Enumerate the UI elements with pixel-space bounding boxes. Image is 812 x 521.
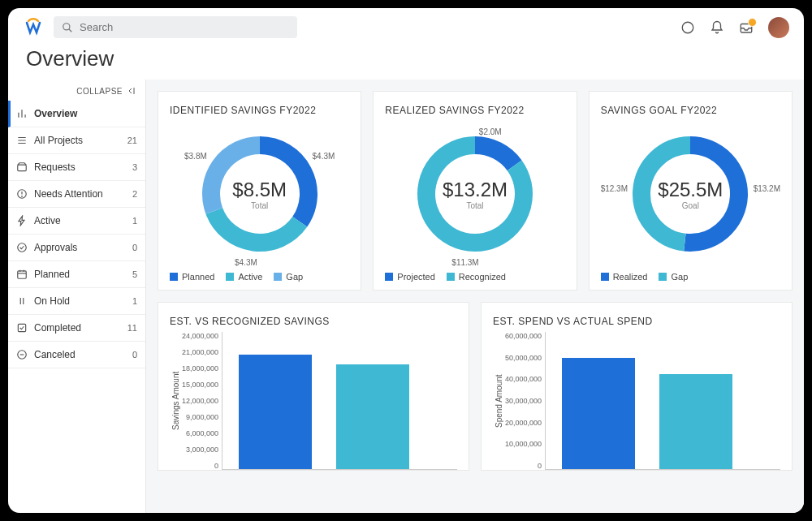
y-tick: 60,000,000 [505,332,542,340]
sidebar-item-all-projects[interactable]: All Projects21 [8,127,145,154]
bar [336,364,409,469]
check-square-icon [16,322,28,334]
legend-item: Gap [274,272,303,282]
y-tick: 50,000,000 [505,354,542,362]
tray-icon[interactable] [739,20,754,35]
y-tick: 15,000,000 [182,381,218,389]
cancel-icon [16,349,28,360]
donut-card: SAVINGS GOAL FY2022 $25.5MGoal $12.3M$13… [589,91,793,291]
card-title: EST. VS RECOGNIZED SAVINGS [170,316,457,327]
bar [562,358,635,470]
legend-label: Recognized [459,272,506,282]
svg-rect-22 [18,324,25,331]
y-ticks: 24,000,00021,000,00018,000,00015,000,000… [182,332,222,470]
sidebar-item-count: 5 [132,269,137,279]
sidebar-item-overview[interactable]: Overview [8,101,145,127]
bell-icon[interactable] [710,20,724,35]
bar-chart-card: EST. SPEND VS ACTUAL SPEND Spend Amount … [481,302,793,471]
sidebar-item-approvals[interactable]: Approvals0 [8,235,145,261]
sidebar-item-label: Requests [34,161,76,173]
sidebar-item-label: Needs Attention [34,188,103,200]
legend-swatch [274,273,282,281]
donut-label: $3.8M [184,152,207,161]
y-tick: 10,000,000 [505,440,542,448]
content: IDENTIFIED SAVINGS FY2022 $8.5MTotal $3.… [146,80,804,513]
svg-rect-16 [18,271,27,278]
y-axis-label: Spend Amount [493,332,505,470]
y-tick: 20,000,000 [505,419,542,427]
sidebar-item-canceled[interactable]: Canceled0 [8,342,145,368]
app-logo[interactable] [23,17,44,38]
donut-sublabel: Total [232,201,287,210]
legend-label: Realized [613,272,648,282]
sidebar-item-label: Canceled [34,349,76,360]
svg-line-1 [69,28,72,32]
bar [659,374,732,470]
sidebar-item-needs-attention[interactable]: Needs Attention2 [8,181,145,208]
sidebar-item-label: Completed [34,322,81,334]
collapse-button[interactable]: COLLAPSE [8,80,145,101]
legend-item: Planned [170,272,214,282]
sidebar-item-completed[interactable]: Completed11 [8,315,145,342]
y-tick: 6,000,000 [182,429,218,437]
legend-swatch [385,273,393,281]
sidebar-item-count: 2 [132,189,137,199]
sidebar-item-count: 3 [132,162,137,172]
search-container [54,16,297,38]
y-tick: 30,000,000 [505,397,542,405]
legend-swatch [447,273,455,281]
y-tick: 9,000,000 [182,413,218,421]
sidebar-item-label: All Projects [34,135,83,146]
sidebar-item-label: On Hold [34,295,70,307]
legend-label: Gap [286,272,303,282]
y-tick: 3,000,000 [182,446,218,454]
sidebar-item-requests[interactable]: Requests3 [8,154,145,181]
legend-label: Projected [397,272,434,282]
legend-item: Realized [601,272,648,282]
legend: PlannedActiveGap [170,267,349,282]
legend-label: Active [238,272,262,282]
bar-chart-card: EST. VS RECOGNIZED SAVINGS Savings Amoun… [158,302,469,471]
y-tick: 0 [182,462,218,470]
donut-label: $4.3M [313,152,335,161]
legend-swatch [226,273,234,281]
calendar-icon [16,269,28,280]
alert-circle-icon [16,188,28,200]
sidebar-item-label: Planned [34,269,70,280]
sidebar-item-count: 0 [132,243,137,252]
card-title: SAVINGS GOAL FY2022 [601,105,780,116]
sidebar-item-active[interactable]: Active1 [8,208,145,235]
y-tick: 0 [505,462,542,470]
legend-item: Active [226,272,262,282]
donut-label: $11.3M [451,258,478,267]
svg-rect-11 [18,165,27,171]
donut-label: $4.3M [235,258,257,267]
legend-swatch [601,273,609,281]
collapse-label: COLLAPSE [76,87,123,96]
search-input[interactable] [80,21,289,33]
svg-point-15 [18,243,27,252]
sidebar-item-count: 0 [132,350,137,360]
chat-icon[interactable] [680,20,695,35]
topbar [8,8,804,46]
sidebar-item-count: 11 [127,323,137,333]
sidebar-item-planned[interactable]: Planned5 [8,261,145,288]
app-frame: Overview COLLAPSE OverviewAll Projects21… [8,8,804,513]
sidebar-item-count: 1 [132,216,137,226]
legend: RealizedGap [601,267,780,282]
chart-bar-icon [16,108,28,119]
sidebar-item-label: Active [34,215,61,226]
sidebar-item-on-hold[interactable]: On Hold1 [8,288,145,315]
donut-value: $13.2M [443,179,508,201]
bar [239,355,312,469]
topbar-icons [680,17,789,38]
bars [545,332,780,470]
avatar[interactable] [768,17,789,38]
inbox-icon [16,161,28,173]
card-title: IDENTIFIED SAVINGS FY2022 [170,105,349,116]
donut-chart: $8.5MTotal $3.8M$4.3M$4.3M [170,121,349,267]
page-title: Overview [8,46,804,80]
sidebar-item-label: Approvals [34,242,77,253]
legend-item: Projected [385,272,434,282]
sidebar: COLLAPSE OverviewAll Projects21Requests3… [8,80,146,513]
